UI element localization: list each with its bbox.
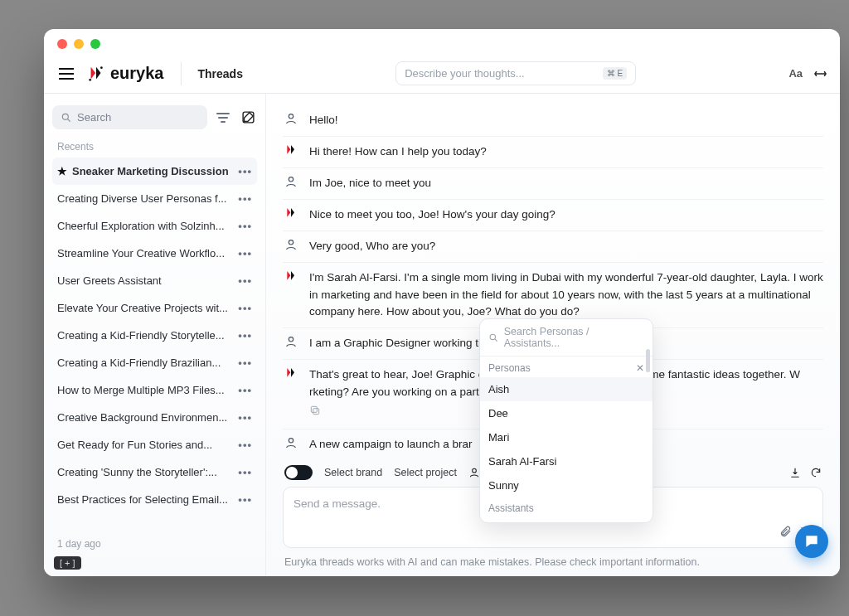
message-text: Im Joe, nice to meet you — [309, 175, 823, 192]
svg-point-11 — [473, 468, 477, 473]
menu-icon[interactable] — [57, 65, 75, 83]
thread-menu-icon[interactable]: ••• — [238, 411, 252, 424]
thread-menu-icon[interactable]: ••• — [238, 165, 252, 177]
thoughts-search[interactable]: Describe your thoughts... ⌘ E — [395, 61, 636, 85]
close-icon[interactable]: ✕ — [636, 362, 644, 374]
user-avatar-icon — [283, 335, 299, 352]
new-thread-icon[interactable] — [239, 109, 257, 127]
thread-menu-icon[interactable]: ••• — [238, 329, 252, 342]
chat-bubble-icon — [803, 533, 820, 550]
thread-item[interactable]: Cheerful Exploration with Solzinh...••• — [52, 212, 257, 240]
thread-item[interactable]: Creative Background Environmen...••• — [52, 404, 257, 431]
chat-message: Im Joe, nice to meet you — [283, 168, 823, 200]
thread-label: Elevate Your Creative Projects wit... — [57, 302, 233, 314]
minimize-window-button[interactable] — [74, 39, 84, 49]
help-fab[interactable] — [795, 525, 828, 558]
thread-menu-icon[interactable]: ••• — [238, 466, 252, 478]
select-project-link[interactable]: Select project — [394, 467, 457, 478]
thread-item[interactable]: User Greets Assistant••• — [52, 267, 257, 294]
thread-menu-icon[interactable]: ••• — [238, 274, 252, 287]
thread-menu-icon[interactable]: ••• — [238, 302, 252, 314]
select-brand-link[interactable]: Select brand — [324, 467, 382, 478]
refresh-icon[interactable] — [809, 467, 822, 479]
close-window-button[interactable] — [57, 39, 67, 49]
download-icon[interactable] — [788, 467, 801, 479]
thread-item[interactable]: Get Ready for Fun Stories and...••• — [52, 431, 257, 458]
thread-menu-icon[interactable]: ••• — [238, 439, 252, 451]
thread-label: Creating 'Sunny the Storyteller':... — [57, 466, 233, 478]
expand-icon[interactable] — [814, 67, 827, 80]
persona-search[interactable]: Search Personas / Assistants... — [480, 319, 653, 357]
maximize-window-button[interactable] — [90, 39, 100, 49]
thread-item[interactable]: Creating 'Sunny the Storyteller':...••• — [52, 458, 257, 486]
persona-option[interactable]: Sarah Al-Farsi — [480, 449, 653, 473]
thread-menu-icon[interactable]: ••• — [238, 493, 252, 506]
svg-point-10 — [289, 439, 293, 443]
brand-logo[interactable]: euryka — [87, 64, 164, 83]
assistants-header: Assistants — [480, 497, 653, 522]
thread-menu-icon[interactable]: ••• — [238, 220, 252, 232]
thread-item[interactable]: Creating a Kid-Friendly Brazilian...••• — [52, 349, 257, 376]
svg-point-0 — [100, 66, 103, 69]
svg-rect-8 — [313, 409, 319, 415]
popover-scrollbar[interactable] — [646, 349, 650, 517]
ai-avatar-icon — [283, 269, 299, 322]
thread-item[interactable]: Best Practices for Selecting Email...••• — [52, 486, 257, 513]
thread-label: Streamline Your Creative Workflo... — [57, 247, 233, 259]
message-text: Hi there! How can I help you today? — [309, 143, 823, 161]
star-icon: ★ — [57, 165, 67, 177]
kbd-shortcut: ⌘ E — [603, 67, 627, 80]
svg-point-2 — [62, 114, 68, 119]
top-bar: euryka Threads Describe your thoughts...… — [44, 54, 840, 94]
thread-label: Creative Background Environmen... — [57, 411, 233, 424]
svg-point-5 — [289, 177, 293, 182]
thread-label: User Greets Assistant — [57, 274, 233, 287]
svg-point-7 — [289, 337, 293, 342]
svg-point-1 — [89, 78, 91, 80]
thread-item[interactable]: Creating Diverse User Personas f...••• — [52, 185, 257, 212]
chat-message: Hello! — [283, 105, 823, 137]
personas-header: Personas — [488, 362, 531, 374]
thread-label: Best Practices for Selecting Email... — [57, 493, 233, 506]
attach-icon[interactable] — [779, 525, 792, 537]
persona-popover: Search Personas / Assistants... Personas… — [479, 318, 653, 523]
persona-option[interactable]: Sunny — [480, 473, 653, 497]
expand-sidebar-button[interactable]: [ + ] — [54, 556, 81, 570]
svg-point-4 — [289, 114, 293, 119]
sidebar-search-placeholder: Search — [77, 111, 111, 124]
thread-label: Cheerful Exploration with Solzinh... — [57, 220, 233, 232]
filter-icon[interactable] — [214, 109, 232, 127]
svg-rect-9 — [311, 406, 317, 412]
thread-item[interactable]: Creating a Kid-Friendly Storytelle...••• — [52, 322, 257, 349]
persona-option[interactable]: Aish — [480, 377, 653, 401]
message-text: Nice to meet you too, Joe! How's your da… — [309, 206, 823, 224]
persona-option[interactable]: Dee — [480, 401, 653, 425]
thread-label: Sneaker Marketing Discussion — [72, 165, 233, 177]
persona-icon — [468, 467, 480, 478]
thread-item[interactable]: Elevate Your Creative Projects wit...••• — [52, 294, 257, 322]
persona-search-placeholder: Search Personas / Assistants... — [504, 326, 644, 349]
chat-message: Hi there! How can I help you today? — [283, 137, 823, 168]
font-size-button[interactable]: Aa — [788, 67, 803, 80]
thread-item[interactable]: How to Merge Multiple MP3 Files...••• — [52, 376, 257, 404]
section-title[interactable]: Threads — [198, 67, 243, 80]
disclaimer-text: Euryka threads works with AI and can mak… — [283, 548, 823, 570]
thread-label: Creating Diverse User Personas f... — [57, 192, 233, 205]
persona-option[interactable]: Mari — [480, 425, 653, 449]
thread-menu-icon[interactable]: ••• — [238, 357, 252, 369]
thread-item[interactable]: ★Sneaker Marketing Discussion••• — [52, 158, 257, 185]
thread-item[interactable]: Streamline Your Creative Workflo...••• — [52, 240, 257, 267]
chat-message: Nice to meet you too, Joe! How's your da… — [283, 200, 823, 231]
time-ago-label: 1 day ago — [52, 530, 257, 553]
ai-avatar-icon — [283, 143, 299, 161]
context-toggle[interactable] — [284, 465, 313, 480]
user-avatar-icon — [283, 112, 299, 129]
thread-menu-icon[interactable]: ••• — [238, 192, 252, 205]
search-icon — [61, 112, 72, 124]
app-window: euryka Threads Describe your thoughts...… — [44, 29, 840, 576]
thread-label: Creating a Kid-Friendly Brazilian... — [57, 357, 233, 369]
sidebar-search[interactable]: Search — [52, 105, 207, 129]
thread-menu-icon[interactable]: ••• — [238, 247, 252, 259]
thread-menu-icon[interactable]: ••• — [238, 384, 252, 396]
ai-avatar-icon — [283, 206, 299, 224]
